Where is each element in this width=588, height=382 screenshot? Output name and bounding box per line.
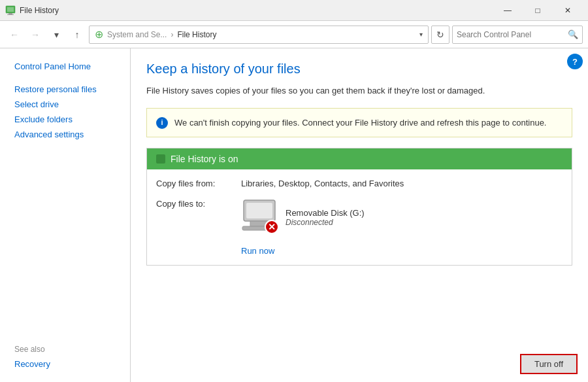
content-area: ? Keep a history of your files File Hist… xyxy=(131,48,588,382)
window-controls: — □ ✕ xyxy=(493,0,583,21)
address-sep: › xyxy=(171,30,173,39)
drive-info: ✕ Removable Disk (G:) Disconnected xyxy=(241,199,365,235)
status-box: File History is on Copy files from: Libr… xyxy=(146,148,572,266)
copy-from-row: Copy files from: Libraries, Desktop, Con… xyxy=(156,179,563,188)
address-parent: System and Se... xyxy=(107,30,167,39)
address-bar: ← → ▾ ↑ ⊕ System and Se... › File Histor… xyxy=(0,21,588,48)
svg-rect-2 xyxy=(8,13,12,14)
sidebar-item-select-drive[interactable]: Select drive xyxy=(0,97,130,112)
info-icon: i xyxy=(156,117,168,129)
page-title: Keep a history of your files xyxy=(146,61,572,77)
title-bar: File History — □ ✕ xyxy=(0,0,588,21)
search-box[interactable]: 🔍 xyxy=(452,26,583,44)
back-button[interactable]: ← xyxy=(5,26,24,44)
sidebar-item-advanced[interactable]: Advanced settings xyxy=(0,127,130,142)
turn-off-button[interactable]: Turn off xyxy=(520,354,578,374)
svg-rect-1 xyxy=(7,7,14,12)
sidebar-item-home[interactable]: Control Panel Home xyxy=(0,59,130,74)
drive-status: Disconnected xyxy=(286,218,365,227)
app-title: File History xyxy=(20,6,493,15)
copy-to-row: Copy files to: xyxy=(156,199,563,235)
search-icon: 🔍 xyxy=(568,29,578,39)
drive-text: Removable Disk (G:) Disconnected xyxy=(286,208,365,227)
maximize-button[interactable]: □ xyxy=(523,0,553,21)
close-button[interactable]: ✕ xyxy=(553,0,583,21)
sidebar-see-also: See also Recovery xyxy=(0,337,130,372)
address-chevron: ▾ xyxy=(419,31,423,38)
run-now-container: Run now xyxy=(241,246,563,256)
error-badge: ✕ xyxy=(265,220,279,234)
address-box[interactable]: ⊕ System and Se... › File History ▾ xyxy=(89,26,429,44)
address-icon: ⊕ xyxy=(95,28,103,41)
main-layout: Control Panel Home Restore personal file… xyxy=(0,48,588,382)
status-header: File History is on xyxy=(147,148,572,169)
up-button[interactable]: ↑ xyxy=(68,26,86,44)
refresh-button[interactable]: ↻ xyxy=(431,26,449,44)
page-description: File History saves copies of your files … xyxy=(146,84,572,97)
search-input[interactable] xyxy=(457,30,565,39)
copy-from-value: Libraries, Desktop, Contacts, and Favori… xyxy=(241,179,404,188)
help-button[interactable]: ? xyxy=(567,54,583,69)
warning-box: i We can't finish copying your files. Co… xyxy=(146,108,572,138)
copy-from-label: Copy files from: xyxy=(156,179,241,188)
sidebar: Control Panel Home Restore personal file… xyxy=(0,48,131,382)
sidebar-item-exclude-folders[interactable]: Exclude folders xyxy=(0,112,130,127)
forward-button[interactable]: → xyxy=(26,26,44,44)
drive-icon: ✕ xyxy=(241,199,278,235)
address-current: File History xyxy=(177,30,216,39)
warning-text: We can't finish copying your files. Conn… xyxy=(174,116,546,130)
copy-to-label: Copy files to: xyxy=(156,199,241,209)
minimize-button[interactable]: — xyxy=(493,0,523,21)
svg-rect-5 xyxy=(246,203,272,218)
sidebar-see-also-label: See also xyxy=(0,342,130,356)
status-header-text: File History is on xyxy=(171,154,238,164)
svg-rect-3 xyxy=(7,14,14,15)
run-now-link[interactable]: Run now xyxy=(241,246,274,256)
dropdown-button[interactable]: ▾ xyxy=(47,26,65,44)
drive-name: Removable Disk (G:) xyxy=(286,208,365,218)
app-icon xyxy=(5,5,16,16)
sidebar-item-restore[interactable]: Restore personal files xyxy=(0,82,130,97)
status-indicator xyxy=(156,154,165,164)
status-body: Copy files from: Libraries, Desktop, Con… xyxy=(147,169,572,265)
sidebar-item-recovery[interactable]: Recovery xyxy=(0,356,130,372)
